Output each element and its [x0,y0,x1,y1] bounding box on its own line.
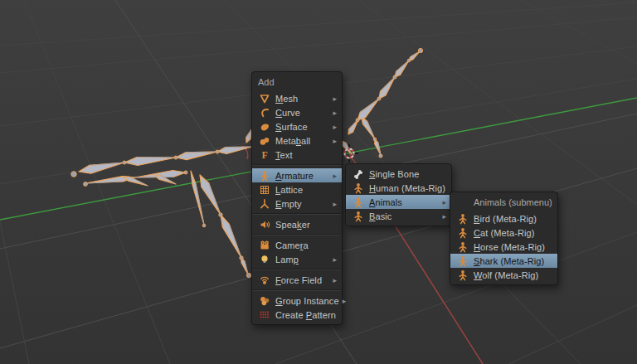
armature-icon [456,213,469,225]
lamp-icon [258,254,270,265]
bone-joint [216,150,219,153]
menu-item-metaball[interactable]: Metaball▸ [252,133,342,148]
submenu-arrow-icon: ▸ [442,198,446,206]
menu-item-label: Camera [275,240,331,250]
menu-item-group-instance[interactable]: Group Instance▸ [252,294,342,308]
menu-header-label: Animals (submenu) [474,197,552,207]
menu-item-lamp[interactable]: Lamp▸ [252,252,342,266]
submenu-arrow-icon: ▸ [333,200,337,208]
menu-item-camera[interactable]: Camera [252,238,342,252]
menu-item-label: Text [275,150,331,160]
menu-item-label: Curve [275,108,329,118]
menu-item-force-field[interactable]: Force Field▸ [252,273,342,287]
camera-icon [258,240,270,251]
metaball-icon [258,135,270,147]
menu-item-horse-meta-rig[interactable]: Horse (Meta-Rig) [450,240,557,254]
menu-item-shark-meta-rig[interactable]: Shark (Meta-Rig) [450,254,557,268]
menu-header-add: Add [252,75,342,90]
no-arrow [550,229,552,237]
submenu-arrow-icon: ▸ [333,255,337,264]
menu-item-label: Metaball [275,136,329,146]
menu-item-curve[interactable]: Curve▸ [252,105,342,119]
armature-icon [258,170,270,182]
menu-item-lattice[interactable]: Lattice [252,182,342,197]
bone-joint [71,172,76,177]
submenu-arrow-icon: ▸ [333,137,337,145]
group-instance-icon [258,295,270,307]
bone-joint [373,138,377,141]
submenu-arrow-icon: ▸ [333,123,337,131]
menu-item-basic[interactable]: Basic▸ [346,209,451,223]
menu-item-label: Empty [275,199,329,209]
bone-icon [352,168,364,180]
menu-item-label: Animals [369,197,439,207]
submenu-arrow-icon: ▸ [343,297,347,305]
armature-icon [352,197,364,208]
bone-joint [418,48,422,52]
bone-joint [202,224,206,227]
submenu-arrow-icon: ▸ [442,212,446,221]
menu-separator [253,269,341,270]
force-field-icon [258,274,270,286]
lattice-icon [258,184,270,196]
menu-item-label: Group Instance [275,296,339,306]
no-arrow [339,311,342,319]
menu-item-speaker[interactable]: Speaker [252,217,342,231]
menu-item-human-meta-rig[interactable]: Human (Meta-Rig) [346,181,451,195]
menu-item-label: Armature [275,171,329,181]
no-arrow [444,170,446,178]
menu-item-label: Mesh [275,94,329,104]
menu-item-label: Wolf (Meta-Rig) [474,270,547,280]
menu-item-bird-meta-rig[interactable]: Bird (Meta-Rig) [450,211,557,226]
submenu-arrow-icon: ▸ [333,109,337,117]
menu-item-label: Horse (Meta-Rig) [474,242,547,252]
menu-separator [253,164,341,166]
add-menu: AddMesh▸Curve▸Surface▸Metaball▸FText Arm… [251,71,343,325]
bone-joint [84,182,88,187]
menu-separator [253,213,341,215]
armature-icon [352,182,364,194]
menu-item-label: Speaker [275,220,331,230]
menu-header-label: Add [258,77,275,87]
bone-joint [379,154,382,158]
menu-separator [253,234,341,235]
no-arrow [334,186,337,194]
menu-item-mesh[interactable]: Mesh▸ [252,91,342,105]
bone-joint [377,97,381,100]
bone-joint [240,256,243,260]
bone-joint [393,75,396,79]
menu-item-text[interactable]: FText [252,148,342,162]
no-arrow [334,241,337,250]
menu-item-label: Human (Meta-Rig) [369,183,445,193]
no-arrow [550,215,552,223]
menu-item-animals[interactable]: Animals▸ [346,195,451,209]
bone-joint [246,273,250,277]
menu-item-surface[interactable]: Surface▸ [252,119,342,133]
no-arrow [550,271,552,279]
speaker-icon [258,219,270,231]
submenu-arrow-icon: ▸ [333,172,337,180]
menu-item-wolf-meta-rig[interactable]: Wolf (Meta-Rig) [450,268,557,282]
submenu-arrow-icon: ▸ [333,95,337,103]
menu-separator [253,289,341,291]
armature-submenu: Single Bone Human (Meta-Rig) Animals▸Bas… [345,163,452,226]
bone-joint [123,161,126,164]
text-icon: F [258,149,270,161]
menu-item-armature[interactable]: Armature▸ [252,168,342,182]
menu-item-create-pattern[interactable]: Create Pattern [252,308,342,322]
menu-item-empty[interactable]: Empty▸ [252,197,342,211]
menu-item-label: Lattice [275,185,331,195]
menu-item-label: Create Pattern [275,310,336,320]
animals-submenu: Animals (submenu)Bird (Meta-Rig) Cat (Me… [450,192,558,285]
no-arrow [449,184,451,192]
armature-icon [456,241,469,253]
no-arrow [550,257,552,265]
menu-item-cat-meta-rig[interactable]: Cat (Meta-Rig) [450,226,557,240]
menu-item-single-bone[interactable]: Single Bone [346,167,451,181]
svg-text:F: F [261,149,267,161]
armature-icon [352,211,364,222]
armature-icon [456,227,469,239]
bone-joint [356,119,359,122]
submenu-arrow-icon: ▸ [333,276,337,284]
empty-icon [258,198,270,210]
